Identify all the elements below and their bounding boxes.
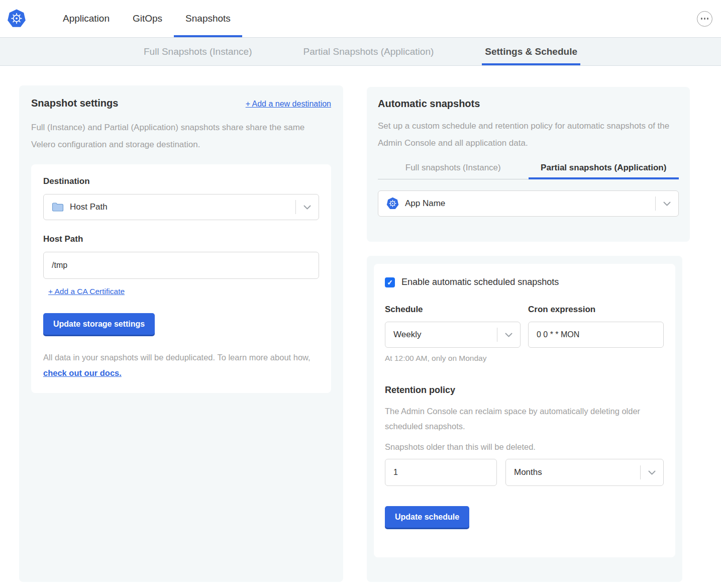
cron-human-readable: At 12:00 AM, only on Monday — [385, 354, 664, 363]
tab-partial-snapshots[interactable]: Partial snapshots (Application) — [529, 158, 679, 179]
automatic-snapshots-panel: Automatic snapshots Set up a custom sche… — [367, 87, 690, 242]
enable-snapshots-label: Enable automatic scheduled snapshots — [401, 277, 559, 287]
chevron-down-icon — [296, 205, 319, 210]
automatic-snapshots-description: Set up a custom schedule and retention p… — [378, 118, 679, 152]
retention-value-input[interactable] — [385, 459, 497, 486]
chevron-down-icon — [641, 470, 663, 475]
primary-nav: Application GitOps Snapshots — [51, 0, 242, 37]
docs-link[interactable]: check out our docs. — [43, 368, 122, 377]
folder-icon — [52, 202, 64, 212]
ellipsis-icon — [701, 18, 703, 20]
more-menu-button[interactable] — [697, 11, 712, 27]
destination-label: Destination — [43, 176, 319, 186]
schedule-interval-value: Weekly — [393, 330, 421, 340]
schedule-label: Schedule — [385, 305, 521, 315]
snapshots-subnav: Full Snapshots (Instance) Partial Snapsh… — [0, 37, 721, 66]
tab-full-snapshots[interactable]: Full snapshots (Instance) — [378, 158, 529, 179]
tab-settings-schedule[interactable]: Settings & Schedule — [482, 38, 580, 65]
dedup-note: All data in your snapshots will be dedup… — [43, 350, 319, 381]
snapshot-settings-title: Snapshot settings — [31, 97, 118, 109]
nav-item-gitops[interactable]: GitOps — [121, 0, 174, 37]
tab-full-snapshots-instance[interactable]: Full Snapshots (Instance) — [141, 38, 255, 65]
snapshot-settings-panel: Snapshot settings + Add a new destinatio… — [19, 85, 343, 582]
tab-partial-snapshots-application[interactable]: Partial Snapshots (Application) — [300, 38, 437, 65]
update-schedule-button[interactable]: Update schedule — [385, 506, 469, 528]
automatic-snapshots-title: Automatic snapshots — [378, 98, 679, 110]
storage-settings-card: Destination Host Path Host Path + Add a — [31, 164, 331, 393]
cron-expression-input[interactable] — [528, 322, 664, 348]
checkbox-checked-icon[interactable]: ✓ — [385, 277, 395, 287]
main-content: Snapshot settings + Add a new destinatio… — [0, 66, 721, 587]
snapshot-settings-description: Full (Instance) and Partial (Application… — [31, 119, 331, 153]
nav-item-application[interactable]: Application — [51, 0, 121, 37]
kubernetes-icon — [386, 197, 399, 210]
chevron-down-icon — [656, 202, 678, 206]
retention-policy-description: The Admin Console can reclaim space by a… — [385, 404, 651, 434]
schedule-panel: ✓ Enable automatic scheduled snapshots S… — [367, 256, 682, 582]
nav-item-snapshots[interactable]: Snapshots — [174, 0, 242, 37]
add-new-destination-link[interactable]: + Add a new destination — [246, 100, 331, 109]
add-ca-certificate-link[interactable]: + Add a CA Certificate — [48, 287, 125, 296]
top-navigation: Application GitOps Snapshots — [0, 0, 721, 37]
enable-snapshots-checkbox-row[interactable]: ✓ Enable automatic scheduled snapshots — [385, 277, 664, 287]
app-select-value: App Name — [405, 199, 445, 209]
destination-select[interactable]: Host Path — [43, 194, 319, 220]
schedule-interval-select[interactable]: Weekly — [385, 322, 521, 348]
host-path-input[interactable] — [43, 252, 319, 279]
kubernetes-logo — [0, 0, 35, 37]
snapshot-type-tabs: Full snapshots (Instance) Partial snapsh… — [378, 158, 679, 179]
destination-select-value: Host Path — [70, 202, 108, 212]
schedule-card: ✓ Enable automatic scheduled snapshots S… — [374, 264, 675, 557]
app-select[interactable]: App Name — [378, 190, 679, 217]
chevron-down-icon — [497, 333, 520, 337]
retention-unit-select[interactable]: Months — [505, 459, 664, 486]
cron-expression-label: Cron expression — [528, 305, 664, 315]
update-storage-settings-button[interactable]: Update storage settings — [43, 313, 155, 335]
retention-unit-value: Months — [514, 467, 542, 477]
host-path-label: Host Path — [43, 234, 319, 244]
retention-policy-title: Retention policy — [385, 385, 664, 396]
retention-hint: Snapshots older than this will be delete… — [385, 442, 664, 452]
